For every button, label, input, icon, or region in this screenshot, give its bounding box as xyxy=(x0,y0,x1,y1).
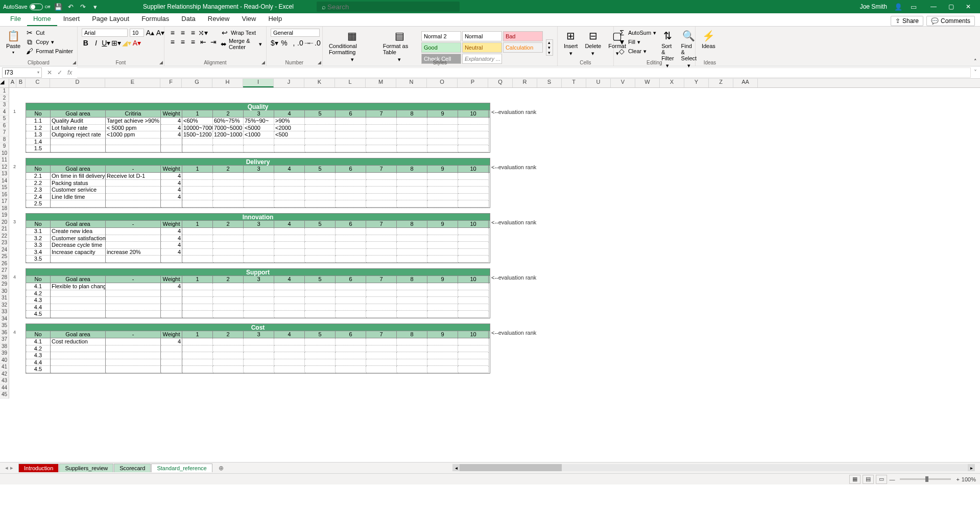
cell-no[interactable]: 3.4 xyxy=(26,249,51,256)
section-header-cell[interactable]: Goal area xyxy=(51,331,106,338)
tab-data[interactable]: Data xyxy=(175,12,201,26)
tab-view[interactable]: View xyxy=(235,12,262,26)
cell-rank[interactable] xyxy=(427,187,458,194)
row-header[interactable]: 41 xyxy=(0,364,9,371)
cell-rank[interactable] xyxy=(458,200,489,207)
cell-no[interactable]: 1.1 xyxy=(26,118,51,125)
cell-rank[interactable] xyxy=(397,125,427,132)
section-header-cell[interactable]: 7 xyxy=(366,331,397,338)
share-button[interactable]: ⇪Share xyxy=(891,16,923,26)
cell-style-option[interactable]: Bad xyxy=(503,31,543,41)
cell-rank[interactable] xyxy=(397,338,427,345)
cell-criteria[interactable] xyxy=(106,187,161,194)
row-header[interactable]: 10 xyxy=(0,150,9,157)
section-header-cell[interactable]: 2 xyxy=(213,331,244,338)
cell-rank[interactable] xyxy=(336,256,366,263)
row-header[interactable]: 21 xyxy=(0,226,9,233)
comma-format-icon[interactable]: , xyxy=(290,39,298,47)
cell-no[interactable]: 3.2 xyxy=(26,235,51,242)
row-header[interactable]: 40 xyxy=(0,357,9,364)
cell-rank[interactable] xyxy=(427,249,458,256)
cell-rank[interactable]: 1200~1000 xyxy=(213,131,244,138)
cell-rank[interactable] xyxy=(213,187,244,194)
column-header[interactable]: V xyxy=(611,79,635,87)
row-header[interactable]: 14 xyxy=(0,178,9,185)
row-header[interactable]: 6 xyxy=(0,123,9,130)
row-header[interactable]: 27 xyxy=(0,267,9,274)
cell-rank[interactable] xyxy=(336,235,366,242)
cell-goal[interactable] xyxy=(51,145,106,152)
cell-goal[interactable]: Flexible to plan change xyxy=(51,283,106,290)
section-header-cell[interactable]: 5 xyxy=(305,166,336,172)
cell-rank[interactable] xyxy=(244,290,274,297)
section-header-cell[interactable]: 8 xyxy=(397,110,427,117)
cell-no[interactable]: 2.5 xyxy=(26,200,51,207)
cell-rank[interactable] xyxy=(274,145,305,152)
cell-rank[interactable] xyxy=(397,304,427,311)
row-header[interactable]: 22 xyxy=(0,233,9,240)
cell-goal[interactable] xyxy=(51,345,106,353)
cell-rank[interactable] xyxy=(244,304,274,311)
cell-rank[interactable] xyxy=(366,366,397,373)
add-sheet-button[interactable]: ⊕ xyxy=(216,465,226,472)
cell-no[interactable]: 4.5 xyxy=(26,311,51,318)
cell-rank[interactable] xyxy=(458,180,489,187)
section-header-cell[interactable]: 5 xyxy=(305,276,336,283)
align-center-icon[interactable]: ≡ xyxy=(179,38,187,46)
cell-rank[interactable] xyxy=(458,338,489,345)
merge-center-button[interactable]: ⬌Merge & Center▾ xyxy=(221,38,262,50)
cell-rank[interactable] xyxy=(213,194,244,201)
column-header[interactable]: C xyxy=(26,79,50,87)
cell-rank[interactable] xyxy=(305,366,336,373)
section-header-cell[interactable]: 8 xyxy=(397,221,427,227)
section-header-cell[interactable]: - xyxy=(106,221,161,227)
cell-rank[interactable] xyxy=(366,138,397,146)
cell-weight[interactable]: 4 xyxy=(161,338,182,345)
cell-no[interactable]: 1.4 xyxy=(26,138,51,146)
cell-rank[interactable] xyxy=(182,200,213,207)
cell-rank[interactable] xyxy=(305,131,336,138)
cell-rank[interactable] xyxy=(244,256,274,263)
cell-rank[interactable] xyxy=(427,125,458,132)
cell-rank[interactable] xyxy=(182,173,213,180)
cell-criteria[interactable]: increase 20% xyxy=(106,249,161,256)
column-header[interactable]: O xyxy=(427,79,458,87)
decrease-font-icon[interactable]: A▾ xyxy=(156,29,164,37)
column-header[interactable]: B xyxy=(16,79,26,87)
cell-no[interactable]: 4.2 xyxy=(26,290,51,297)
cell-rank[interactable] xyxy=(305,283,336,290)
cell-rank[interactable] xyxy=(244,297,274,304)
sheet-tab-introduction[interactable]: Introduction xyxy=(18,464,59,472)
row-header[interactable]: 38 xyxy=(0,343,9,351)
scroll-right-icon[interactable]: ▸ xyxy=(968,464,975,471)
cell-rank[interactable] xyxy=(336,311,366,318)
cell-rank[interactable] xyxy=(397,366,427,373)
column-header[interactable]: J xyxy=(274,79,304,87)
section-header-cell[interactable]: 10 xyxy=(458,166,489,172)
cell-rank[interactable] xyxy=(458,228,489,235)
section-header-cell[interactable]: 4 xyxy=(274,166,305,172)
section-header-cell[interactable]: 1 xyxy=(182,276,213,283)
row-header[interactable]: 18 xyxy=(0,205,9,213)
cell-weight[interactable]: 4 xyxy=(161,228,182,235)
cell-rank[interactable] xyxy=(366,297,397,304)
cell-rank[interactable] xyxy=(305,228,336,235)
row-header[interactable]: 45 xyxy=(0,391,9,399)
cell-rank[interactable] xyxy=(458,345,489,353)
section-header-cell[interactable]: 7 xyxy=(366,276,397,283)
cell-rank[interactable] xyxy=(213,338,244,345)
cell-rank[interactable] xyxy=(427,304,458,311)
cell-style-option[interactable]: Calculation xyxy=(503,42,543,53)
cell-rank[interactable] xyxy=(274,180,305,187)
row-header[interactable]: 8 xyxy=(0,136,9,144)
cell-rank[interactable] xyxy=(366,338,397,345)
cell-criteria[interactable] xyxy=(106,304,161,311)
row-header[interactable]: 2 xyxy=(0,95,9,102)
cell-rank[interactable] xyxy=(213,180,244,187)
clipboard-launcher[interactable]: ◢ xyxy=(73,60,76,65)
cell-rank[interactable] xyxy=(213,235,244,242)
cell-rank[interactable] xyxy=(305,125,336,132)
autosave-toggle[interactable]: AutoSave Off xyxy=(3,4,50,10)
column-header[interactable]: L xyxy=(335,79,366,87)
cell-rank[interactable] xyxy=(397,290,427,297)
